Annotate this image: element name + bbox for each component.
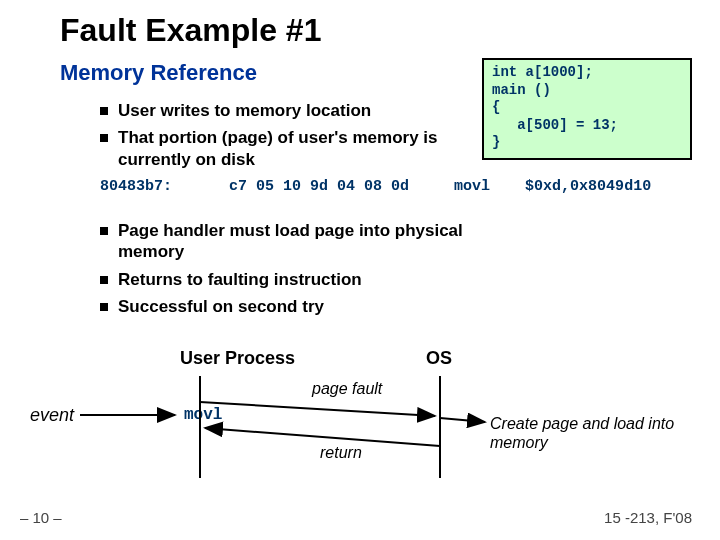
- bullet-item: Successful on second try: [100, 296, 480, 317]
- bullet-square-icon: [100, 227, 108, 235]
- code-line: main (): [492, 82, 551, 98]
- bullet-list-bottom: Page handler must load page into physica…: [100, 220, 480, 323]
- code-line: {: [492, 99, 500, 115]
- asm-operands: $0xd,0x8049d10: [525, 178, 651, 195]
- bullet-text: Page handler must load page into physica…: [118, 220, 480, 263]
- bullet-text: Successful on second try: [118, 296, 324, 317]
- asm-bytes: c7 05 10 9d 04 08 0d: [229, 178, 409, 195]
- bullet-square-icon: [100, 276, 108, 284]
- code-line: }: [492, 134, 500, 150]
- asm-mnemonic: movl: [454, 178, 490, 195]
- bullet-square-icon: [100, 303, 108, 311]
- bullet-list-top: User writes to memory location That port…: [100, 100, 450, 176]
- bullet-text: That portion (page) of user's memory is …: [118, 127, 450, 170]
- bullet-text: User writes to memory location: [118, 100, 371, 121]
- bullet-item: Returns to faulting instruction: [100, 269, 480, 290]
- os-action-text: Create page and load into memory: [490, 414, 690, 452]
- bullet-text: Returns to faulting instruction: [118, 269, 362, 290]
- bullet-item: That portion (page) of user's memory is …: [100, 127, 450, 170]
- footer-left: – 10 –: [20, 509, 62, 526]
- os-label: OS: [426, 348, 452, 369]
- section-header-text: Memory Reference: [60, 60, 257, 85]
- return-label: return: [320, 444, 362, 462]
- code-snippet-box: int a[1000]; main () { a[500] = 13; }: [482, 58, 692, 160]
- bullet-item: Page handler must load page into physica…: [100, 220, 480, 263]
- svg-line-3: [200, 402, 435, 416]
- asm-addr: 80483b7:: [100, 178, 172, 195]
- svg-line-4: [440, 418, 485, 422]
- code-line: a[500] = 13;: [492, 117, 618, 133]
- bullet-square-icon: [100, 134, 108, 142]
- page-fault-label: page fault: [312, 380, 382, 398]
- asm-line: 80483b7: c7 05 10 9d 04 08 0d movl $0xd,…: [100, 178, 651, 195]
- movl-label: movl: [184, 406, 222, 424]
- event-label: event: [30, 405, 74, 426]
- footer-right: 15 -213, F'08: [604, 509, 692, 526]
- section-header: Memory Reference: [60, 60, 257, 86]
- slide-title: Fault Example #1: [60, 12, 321, 49]
- bullet-square-icon: [100, 107, 108, 115]
- bullet-item: User writes to memory location: [100, 100, 450, 121]
- code-line: int a[1000];: [492, 64, 593, 80]
- user-process-label: User Process: [180, 348, 295, 369]
